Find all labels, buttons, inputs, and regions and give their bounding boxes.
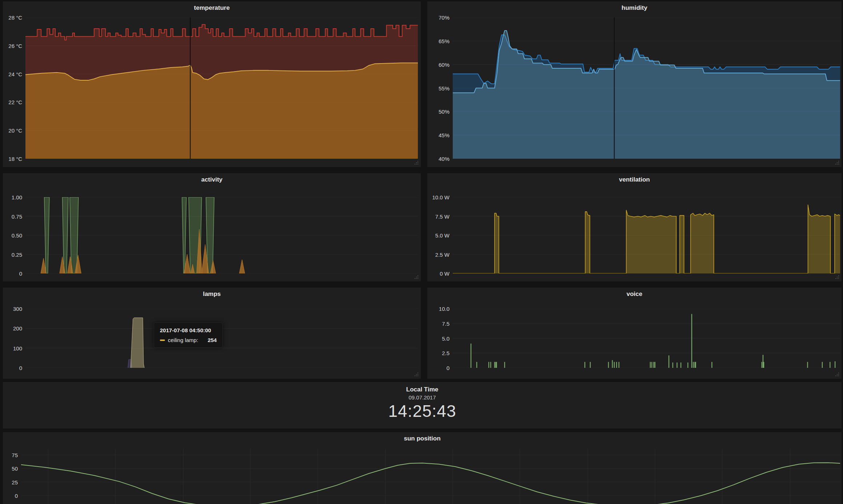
- y-tick-label: 7.5: [442, 320, 449, 326]
- resize-handle[interactable]: [415, 161, 418, 164]
- panel-humidity: humidity 70%65%60%55%50%45%40%: [427, 1, 842, 167]
- panel-title-ventilation[interactable]: ventilation: [427, 173, 842, 186]
- y-axis: 1.000.750.500.250: [3, 197, 25, 273]
- y-tick-label: 25: [12, 479, 18, 485]
- resize-handle[interactable]: [835, 275, 839, 279]
- panel-local-time: Local Time 09.07.2017 14:25:43: [3, 382, 842, 428]
- voice-chart[interactable]: 10.07.55.02.50: [427, 309, 842, 368]
- y-tick-label: 100: [13, 345, 22, 351]
- panel-sun-position: sun position 7550250: [3, 432, 842, 504]
- y-tick-label: 60%: [439, 61, 449, 68]
- tooltip-timestamp: 2017-07-08 04:50:00: [160, 327, 217, 333]
- y-tick-label: 2.5 W: [435, 251, 449, 257]
- y-tick-label: 28 °C: [8, 15, 22, 21]
- panel-title-voice[interactable]: voice: [427, 288, 842, 300]
- y-tick-label: 18 °C: [8, 156, 22, 162]
- humidity-chart[interactable]: 70%65%60%55%50%45%40%: [427, 17, 842, 159]
- y-axis: 3002001000: [3, 309, 25, 368]
- y-tick-label: 200: [13, 325, 22, 332]
- y-tick-label: 0.50: [12, 232, 22, 239]
- clock-date: 09.07.2017: [408, 394, 436, 401]
- y-axis: 28 °C26 °C24 °C22 °C20 °C18 °C: [3, 17, 25, 159]
- y-tick-label: 45%: [439, 132, 449, 138]
- y-tick-label: 0: [19, 271, 22, 277]
- y-tick-label: 0: [447, 365, 449, 371]
- y-axis: 10.07.55.02.50: [427, 309, 453, 368]
- y-tick-label: 20 °C: [8, 127, 22, 134]
- clock-time: 14:25:43: [388, 401, 456, 421]
- panel-title-humidity[interactable]: humidity: [427, 1, 842, 14]
- panel-title-activity[interactable]: activity: [3, 173, 421, 186]
- y-tick-label: 5.0 W: [435, 232, 449, 239]
- y-tick-label: 10.0 W: [432, 194, 449, 200]
- y-tick-label: 75: [12, 452, 18, 458]
- y-tick-label: 7.5 W: [435, 213, 449, 219]
- activity-chart[interactable]: 1.000.750.500.250: [3, 197, 421, 273]
- y-tick-label: 0.75: [12, 213, 22, 219]
- y-tick-label: 24 °C: [8, 71, 22, 77]
- chart-tooltip: 2017-07-08 04:50:00 ceiling lamp: 254: [154, 322, 223, 348]
- panel-title-sun-position[interactable]: sun position: [3, 432, 842, 444]
- y-tick-label: 0: [19, 365, 22, 371]
- temperature-chart[interactable]: 28 °C26 °C24 °C22 °C20 °C18 °C: [3, 17, 421, 159]
- panel-title-temperature[interactable]: temperature: [3, 1, 421, 14]
- y-tick-label: 70%: [439, 15, 449, 21]
- panel-lamps: lamps 3002001000 2017-07-08 04:50:00 cei…: [3, 288, 421, 379]
- ventilation-chart[interactable]: 10.0 W7.5 W5.0 W2.5 W0 W: [427, 197, 842, 273]
- y-tick-label: 2.5: [442, 350, 449, 356]
- y-tick-label: 50: [12, 466, 18, 472]
- clock-title: Local Time: [406, 385, 439, 394]
- y-tick-label: 22 °C: [8, 99, 22, 105]
- resize-handle[interactable]: [835, 161, 839, 164]
- y-tick-label: 300: [13, 306, 22, 312]
- sun-position-chart[interactable]: 7550250: [3, 448, 842, 504]
- tooltip-value: 254: [207, 337, 217, 343]
- y-tick-label: 5.0: [442, 335, 449, 341]
- y-tick-label: 26 °C: [8, 42, 22, 49]
- series-color-swatch: [160, 340, 165, 341]
- y-axis: 10.0 W7.5 W5.0 W2.5 W0 W: [427, 197, 453, 273]
- y-tick-label: 55%: [439, 85, 449, 91]
- y-tick-label: 10.0: [439, 306, 449, 312]
- panel-title-lamps[interactable]: lamps: [3, 288, 421, 300]
- resize-handle[interactable]: [415, 373, 418, 376]
- y-tick-label: 65%: [439, 38, 449, 44]
- panel-temperature: temperature 28 °C26 °C24 °C22 °C20 °C18 …: [3, 1, 421, 167]
- panel-activity: activity 1.000.750.500.250: [3, 173, 421, 281]
- y-tick-label: 40%: [439, 156, 449, 162]
- y-tick-label: 0.25: [12, 251, 22, 257]
- panel-ventilation: ventilation 10.0 W7.5 W5.0 W2.5 W0 W: [427, 173, 842, 281]
- resize-handle[interactable]: [415, 275, 418, 279]
- grafana-dashboard: temperature 28 °C26 °C24 °C22 °C20 °C18 …: [0, 0, 843, 504]
- resize-handle[interactable]: [835, 373, 839, 376]
- y-tick-label: 0: [15, 492, 18, 499]
- y-axis: 70%65%60%55%50%45%40%: [427, 17, 453, 159]
- y-tick-label: 50%: [439, 109, 449, 115]
- y-tick-label: 0 W: [440, 271, 449, 277]
- y-axis: 7550250: [3, 448, 21, 504]
- y-tick-label: 1.00: [12, 194, 22, 200]
- tooltip-series-label: ceiling lamp:: [168, 337, 198, 343]
- panel-voice: voice 10.07.55.02.50: [427, 288, 842, 379]
